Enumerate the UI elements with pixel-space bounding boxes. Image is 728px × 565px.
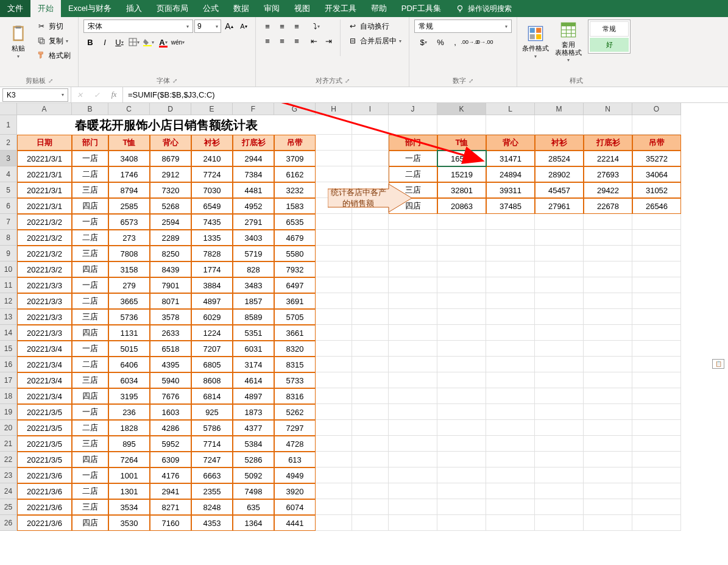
underline-button[interactable]: U▾ bbox=[113, 35, 126, 49]
cell[interactable] bbox=[437, 483, 486, 499]
main-cell[interactable]: 2594 bbox=[150, 214, 191, 230]
main-cell[interactable]: 20221/3/5 bbox=[17, 436, 72, 452]
cell[interactable] bbox=[316, 230, 352, 246]
font-name-selector[interactable]: 宋体▾ bbox=[83, 20, 193, 33]
paste-options-button[interactable]: 📋 bbox=[712, 359, 724, 369]
cell[interactable] bbox=[486, 115, 535, 135]
row-header-5[interactable]: 5 bbox=[0, 182, 17, 198]
main-cell[interactable]: 7714 bbox=[191, 436, 233, 452]
main-cell[interactable]: 四店 bbox=[72, 388, 108, 404]
main-cell[interactable]: 一店 bbox=[72, 151, 108, 166]
row-header-23[interactable]: 23 bbox=[0, 467, 17, 483]
row-header-8[interactable]: 8 bbox=[0, 230, 17, 246]
main-cell[interactable]: 四店 bbox=[72, 198, 108, 214]
main-cell[interactable]: 1583 bbox=[274, 198, 316, 214]
main-cell[interactable]: 5262 bbox=[274, 404, 316, 420]
tab-insert[interactable]: 插入 bbox=[119, 0, 149, 17]
cell[interactable] bbox=[352, 436, 389, 452]
cell[interactable] bbox=[535, 309, 584, 325]
cell[interactable] bbox=[486, 436, 535, 452]
cell[interactable] bbox=[316, 325, 352, 341]
tab-file[interactable]: 文件 bbox=[0, 0, 30, 17]
cell[interactable] bbox=[535, 388, 584, 404]
decrease-decimal[interactable]: .0→.00 bbox=[478, 35, 491, 49]
main-cell[interactable]: 279 bbox=[108, 277, 150, 293]
cell[interactable] bbox=[352, 515, 389, 531]
main-cell[interactable]: 8316 bbox=[274, 388, 316, 404]
cell[interactable] bbox=[352, 277, 389, 293]
main-cell[interactable]: 3661 bbox=[274, 325, 316, 341]
main-cell[interactable]: 6034 bbox=[108, 372, 150, 388]
orientation-button[interactable]: ⤵▾ bbox=[307, 20, 325, 33]
main-cell[interactable]: 1131 bbox=[108, 325, 150, 341]
main-cell[interactable]: 四店 bbox=[72, 261, 108, 277]
cell[interactable] bbox=[632, 261, 681, 277]
main-header[interactable]: T恤 bbox=[108, 135, 150, 151]
sum-header[interactable]: 衬衫 bbox=[535, 135, 584, 151]
main-cell[interactable]: 20221/3/1 bbox=[17, 166, 72, 182]
cell[interactable] bbox=[316, 436, 352, 452]
sum-cell[interactable]: 27693 bbox=[584, 166, 632, 182]
main-cell[interactable]: 4897 bbox=[233, 388, 274, 404]
cell[interactable] bbox=[632, 515, 681, 531]
main-cell[interactable]: 828 bbox=[233, 261, 274, 277]
main-cell[interactable]: 2944 bbox=[233, 151, 274, 166]
cancel-formula[interactable]: ✕ bbox=[71, 87, 88, 102]
row-header-18[interactable]: 18 bbox=[0, 388, 17, 404]
cell[interactable] bbox=[632, 388, 681, 404]
main-cell[interactable]: 6497 bbox=[274, 277, 316, 293]
increase-font-button[interactable]: A▴ bbox=[222, 20, 236, 33]
increase-indent[interactable]: ⇥ bbox=[322, 34, 335, 48]
main-cell[interactable]: 6518 bbox=[150, 341, 191, 357]
cell[interactable] bbox=[486, 388, 535, 404]
main-header[interactable]: 部门 bbox=[72, 135, 108, 151]
cell[interactable] bbox=[584, 467, 632, 483]
main-cell[interactable]: 1873 bbox=[233, 404, 274, 420]
main-cell[interactable]: 3691 bbox=[274, 293, 316, 309]
main-cell[interactable]: 三店 bbox=[72, 182, 108, 198]
cell[interactable] bbox=[486, 372, 535, 388]
main-cell[interactable]: 20221/3/1 bbox=[17, 198, 72, 214]
cell[interactable] bbox=[437, 499, 486, 515]
cell[interactable] bbox=[437, 420, 486, 436]
cell[interactable] bbox=[632, 341, 681, 357]
cell[interactable] bbox=[486, 515, 535, 531]
main-cell[interactable]: 8271 bbox=[150, 499, 191, 515]
cell[interactable] bbox=[632, 499, 681, 515]
col-header-M[interactable]: M bbox=[535, 103, 584, 115]
font-color-button[interactable]: A▾ bbox=[157, 35, 170, 49]
main-cell[interactable]: 2355 bbox=[191, 483, 233, 499]
cell[interactable] bbox=[486, 404, 535, 420]
cell[interactable] bbox=[437, 404, 486, 420]
main-cell[interactable]: 20221/3/2 bbox=[17, 214, 72, 230]
col-header-D[interactable]: D bbox=[150, 103, 191, 115]
main-cell[interactable]: 3158 bbox=[108, 261, 150, 277]
main-cell[interactable]: 一店 bbox=[72, 404, 108, 420]
main-cell[interactable]: 3709 bbox=[274, 151, 316, 166]
main-cell[interactable]: 四店 bbox=[72, 325, 108, 341]
cell[interactable] bbox=[352, 420, 389, 436]
main-cell[interactable]: 20221/3/3 bbox=[17, 325, 72, 341]
cell[interactable] bbox=[389, 483, 437, 499]
row-header-12[interactable]: 12 bbox=[0, 293, 17, 309]
cell[interactable] bbox=[316, 309, 352, 325]
main-cell[interactable]: 1746 bbox=[108, 166, 150, 182]
sum-header[interactable]: 吊带 bbox=[632, 135, 681, 151]
cell[interactable] bbox=[632, 230, 681, 246]
main-cell[interactable]: 5736 bbox=[108, 309, 150, 325]
cell[interactable] bbox=[535, 357, 584, 372]
row-header-14[interactable]: 14 bbox=[0, 325, 17, 341]
main-cell[interactable]: 5705 bbox=[274, 309, 316, 325]
main-cell[interactable]: 2941 bbox=[150, 483, 191, 499]
cell[interactable] bbox=[437, 277, 486, 293]
cell[interactable] bbox=[535, 277, 584, 293]
tab-developer[interactable]: 开发工具 bbox=[317, 0, 364, 17]
main-cell[interactable]: 6573 bbox=[108, 214, 150, 230]
main-cell[interactable]: 5351 bbox=[233, 325, 274, 341]
main-cell[interactable]: 6309 bbox=[150, 452, 191, 467]
sum-header[interactable]: 背心 bbox=[486, 135, 535, 151]
row-header-26[interactable]: 26 bbox=[0, 515, 17, 531]
cell[interactable] bbox=[352, 115, 389, 135]
main-cell[interactable]: 6031 bbox=[233, 341, 274, 357]
main-cell[interactable]: 3920 bbox=[274, 483, 316, 499]
